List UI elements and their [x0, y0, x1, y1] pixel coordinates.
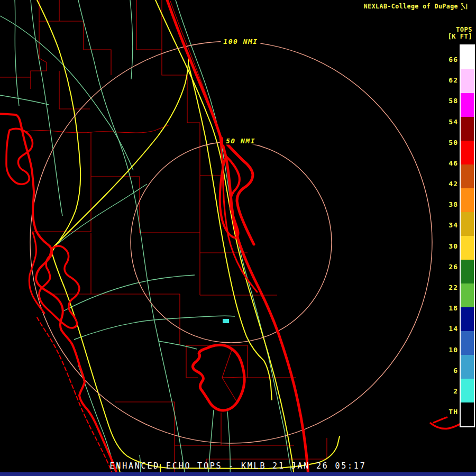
- colorbar-band-11: [461, 307, 474, 331]
- colorbar-band-0: [461, 45, 474, 69]
- roads-secondary: [0, 0, 292, 476]
- radar-echo: [223, 319, 229, 323]
- colorbar-tick-22: 22: [448, 283, 458, 291]
- radar-display: 100 NMI 50 NMI NEXLAB-College of DuPage …: [0, 0, 476, 476]
- colorbar-band-12: [461, 331, 474, 355]
- colorbar-tick-50: 50: [448, 138, 458, 146]
- colorbar-tick-66: 66: [448, 56, 458, 63]
- range-rings: [30, 41, 432, 443]
- colorbar-band-9: [461, 260, 474, 283]
- county-boundaries: [0, 0, 327, 476]
- colorbar-tick-2: 2: [453, 387, 458, 395]
- colorbar-tick-42: 42: [448, 180, 458, 188]
- colorbar-bands: [460, 44, 475, 427]
- ring-label-50nmi: 50 NMI: [223, 137, 258, 145]
- colorbar-tick-54: 54: [448, 117, 458, 125]
- colorbar-band-1: [461, 69, 474, 93]
- colorbar-band-15: [461, 402, 474, 426]
- colorbar-tick-10: 10: [448, 345, 458, 353]
- colorbar-tick-TH: TH: [448, 408, 458, 416]
- colorbar-tick-62: 62: [448, 76, 458, 84]
- colorbar-band-7: [461, 212, 474, 236]
- ring-50nmi: [131, 142, 332, 343]
- colorbar-band-2: [461, 93, 474, 117]
- radar-map: [0, 0, 476, 476]
- colorbar-tick-30: 30: [448, 242, 458, 250]
- colorbar-band-4: [461, 141, 474, 164]
- colorbar-band-8: [461, 236, 474, 260]
- colorbar-tick-34: 34: [448, 221, 458, 229]
- colorbar-band-13: [461, 355, 474, 379]
- ring-100nmi: [30, 41, 432, 443]
- colorbar-band-6: [461, 188, 474, 212]
- ring-label-100nmi: 100 NMI: [221, 38, 260, 45]
- colorbar-ticks: 66625854504642383430262218141062TH: [426, 0, 458, 455]
- bottom-strip: [0, 472, 476, 476]
- cod-weather-glyph-icon: [461, 3, 468, 10]
- colorbar-tick-18: 18: [448, 304, 458, 312]
- colorbar-band-10: [461, 283, 474, 307]
- colorbar-band-5: [461, 164, 474, 188]
- colorbar-tick-38: 38: [448, 200, 458, 208]
- colorbar-tick-26: 26: [448, 262, 458, 270]
- colorbar-tick-46: 46: [448, 159, 458, 167]
- colorbar-tick-6: 6: [453, 366, 458, 374]
- colorbar-tick-58: 58: [448, 97, 458, 105]
- colorbar-band-14: [461, 379, 474, 402]
- colorbar-band-3: [461, 117, 474, 141]
- colorbar-tick-14: 14: [448, 325, 458, 333]
- status-text: ENHANCED ECHO TOPS - KMLB 21 JAN 26 05:1…: [109, 461, 366, 471]
